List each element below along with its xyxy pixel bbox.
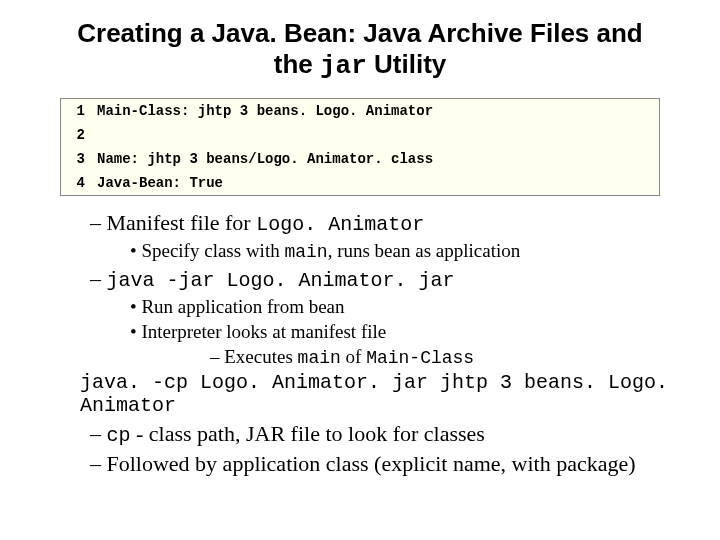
- mono: main: [298, 348, 341, 368]
- line-number: 2: [61, 123, 91, 147]
- code-table: 1 Main-Class: jhtp 3 beans. Logo. Animat…: [61, 99, 659, 195]
- followed-item: Followed by application class (explicit …: [90, 451, 680, 477]
- code-text: [91, 123, 659, 147]
- specify-item: Specify class with main, runs bean as ap…: [130, 240, 680, 262]
- title-jar: jar: [320, 51, 367, 81]
- mono: cp: [107, 424, 131, 447]
- text: Executes: [224, 346, 297, 367]
- line-number: 1: [61, 99, 91, 123]
- java-cp-line: java. -cp Logo. Animator. jar jhtp 3 bea…: [80, 371, 680, 417]
- title-line2-suffix: Utility: [367, 49, 446, 79]
- line-number: 3: [61, 147, 91, 171]
- executes-item: Executes main of Main-Class: [210, 346, 680, 368]
- text: , runs bean as application: [328, 240, 521, 261]
- mono: main: [284, 242, 327, 262]
- interpreter-item: Interpreter looks at manifest file: [130, 321, 680, 343]
- mono: Logo. Animator: [256, 213, 424, 236]
- code-text: Name: jhtp 3 beans/Logo. Animator. class: [91, 147, 659, 171]
- code-row: 3 Name: jhtp 3 beans/Logo. Animator. cla…: [61, 147, 659, 171]
- cp-item: cp - class path, JAR file to look for cl…: [90, 421, 680, 447]
- code-box: 1 Main-Class: jhtp 3 beans. Logo. Animat…: [60, 98, 660, 196]
- text: - class path, JAR file to look for class…: [131, 421, 485, 446]
- run-item: Run application from bean: [130, 296, 680, 318]
- java-jar-item: java -jar Logo. Animator. jar: [90, 266, 680, 292]
- text: Interpreter looks at manifest file: [141, 321, 386, 342]
- content: Manifest file for Logo. Animator Specify…: [70, 210, 680, 477]
- mono: java -jar Logo. Animator. jar: [107, 269, 455, 292]
- title-line1: Creating a Java. Bean: Java Archive File…: [77, 18, 643, 48]
- text: Specify class with: [141, 240, 284, 261]
- title-line2-prefix: the: [274, 49, 320, 79]
- slide-title: Creating a Java. Bean: Java Archive File…: [40, 18, 680, 82]
- text: Followed by application class (explicit …: [107, 451, 636, 476]
- code-row: 4 Java-Bean: True: [61, 171, 659, 195]
- slide: Creating a Java. Bean: Java Archive File…: [0, 0, 720, 501]
- text: Run application from bean: [141, 296, 344, 317]
- mono: Main-Class: [366, 348, 474, 368]
- text: Manifest file for: [107, 210, 257, 235]
- code-text: Java-Bean: True: [91, 171, 659, 195]
- manifest-item: Manifest file for Logo. Animator: [90, 210, 680, 236]
- code-row: 2: [61, 123, 659, 147]
- code-row: 1 Main-Class: jhtp 3 beans. Logo. Animat…: [61, 99, 659, 123]
- code-text: Main-Class: jhtp 3 beans. Logo. Animator: [91, 99, 659, 123]
- text: of: [341, 346, 366, 367]
- line-number: 4: [61, 171, 91, 195]
